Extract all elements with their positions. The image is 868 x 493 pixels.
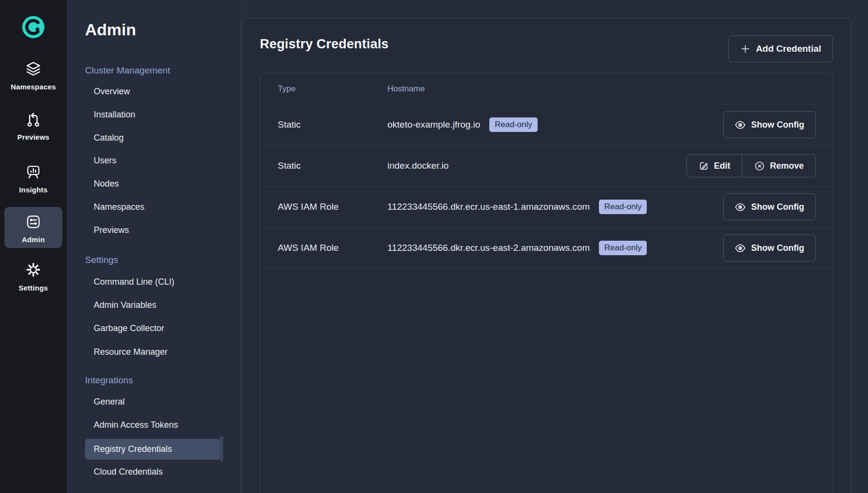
registry-credentials-card: Registry Credentials Add Credential Type… <box>242 18 852 493</box>
show-config-label: Show Config <box>751 243 804 253</box>
nav-item-nodes[interactable]: Nodes <box>94 179 119 189</box>
rail-label: Previews <box>17 133 50 141</box>
rail-label: Insights <box>19 186 47 194</box>
edit-button[interactable]: Edit <box>687 155 742 177</box>
nav-section-settings: Settings <box>85 255 118 265</box>
settings-icon <box>24 260 43 279</box>
read-only-badge: Read-only <box>599 200 647 214</box>
nav-item-label: Registry Credentials <box>94 444 172 454</box>
table-header-row: Type Hostname <box>260 73 833 104</box>
nav-item-general[interactable]: General <box>94 397 125 407</box>
page-title: Registry Credentials <box>260 37 389 52</box>
edit-label: Edit <box>714 161 730 171</box>
show-config-button[interactable]: Show Config <box>723 111 816 138</box>
okteto-logo[interactable] <box>22 16 44 38</box>
admin-icon <box>24 213 43 231</box>
eye-icon <box>735 202 746 213</box>
nav-section-cluster-management: Cluster Management <box>85 65 170 76</box>
show-config-label: Show Config <box>751 120 804 130</box>
rail-item-settings[interactable]: Settings <box>0 260 67 292</box>
rail-label: Namespaces <box>11 83 56 91</box>
table-row: AWS IAM Role 112233445566.dkr.ecr.us-eas… <box>260 187 833 228</box>
credential-type: AWS IAM Role <box>278 202 387 212</box>
rail-item-insights[interactable]: Insights <box>0 163 67 194</box>
namespaces-icon <box>24 60 43 78</box>
nav-item-catalog[interactable]: Catalog <box>94 133 124 143</box>
rail-item-previews[interactable]: Previews <box>0 110 67 141</box>
credentials-table: Type Hostname Static okteto-example.jfro… <box>260 73 834 493</box>
credential-hostname: 112233445566.dkr.ecr.us-east-1.amazonaws… <box>387 202 590 212</box>
add-credential-button[interactable]: Add Credential <box>728 35 833 62</box>
rail-item-namespaces[interactable]: Namespaces <box>0 60 67 91</box>
nav-item-garbage-collector[interactable]: Garbage Collector <box>94 323 164 334</box>
pencil-square-icon <box>698 160 709 171</box>
credential-type: Static <box>278 119 387 130</box>
credential-hostname: 112233445566.dkr.ecr.us-east-2.amazonaws… <box>387 243 590 253</box>
column-header-hostname: Hostname <box>387 84 816 94</box>
nav-item-admin-variables[interactable]: Admin Variables <box>94 300 157 310</box>
admin-sidebar: Admin Cluster Management Overview Instal… <box>67 0 241 493</box>
read-only-badge: Read-only <box>489 117 538 132</box>
row-actions-group: Edit Remove <box>686 154 816 177</box>
previews-icon <box>24 110 43 129</box>
nav-item-namespaces[interactable]: Namespaces <box>94 202 144 212</box>
show-config-button[interactable]: Show Config <box>723 193 816 220</box>
nav-item-cloud-credentials[interactable]: Cloud Credentials <box>94 467 163 477</box>
nav-item-command-line-cli[interactable]: Command Line (CLI) <box>94 277 174 287</box>
nav-item-overview[interactable]: Overview <box>94 87 130 97</box>
table-row: Static index.docker.io <box>260 145 833 187</box>
read-only-badge: Read-only <box>599 241 647 255</box>
column-header-type: Type <box>278 84 387 94</box>
credential-type: Static <box>278 160 387 171</box>
sidebar-scrollbar-thumb[interactable] <box>220 436 223 462</box>
circle-x-icon <box>754 160 765 172</box>
eye-icon <box>735 243 746 254</box>
remove-button[interactable]: Remove <box>742 155 815 177</box>
add-credential-label: Add Credential <box>756 44 821 54</box>
remove-label: Remove <box>770 161 804 171</box>
main-area: Registry Credentials Add Credential Type… <box>241 0 868 493</box>
credential-hostname: okteto-example.jfrog.io <box>387 119 480 130</box>
rail-label: Admin <box>22 235 45 244</box>
nav-item-installation[interactable]: Installation <box>94 110 135 120</box>
nav-section-integrations: Integrations <box>85 375 133 386</box>
table-row: Static okteto-example.jfrog.io Read-only <box>260 104 833 145</box>
table-row: AWS IAM Role 112233445566.dkr.ecr.us-eas… <box>260 228 833 269</box>
nav-item-registry-credentials-selected[interactable]: Registry Credentials <box>85 439 220 460</box>
credential-hostname: index.docker.io <box>387 160 449 171</box>
show-config-label: Show Config <box>751 202 804 212</box>
insights-icon <box>24 163 43 181</box>
nav-item-admin-access-tokens[interactable]: Admin Access Tokens <box>94 420 178 430</box>
nav-item-previews[interactable]: Previews <box>94 225 129 235</box>
plus-icon <box>740 44 751 54</box>
credential-type: AWS IAM Role <box>278 243 387 253</box>
sidebar-title: Admin <box>85 20 136 39</box>
icon-rail: Namespaces Previews Insights <box>0 0 67 493</box>
nav-item-users[interactable]: Users <box>94 156 116 166</box>
show-config-button[interactable]: Show Config <box>723 234 816 261</box>
eye-icon <box>735 119 746 130</box>
rail-label: Settings <box>19 284 48 292</box>
nav-item-resource-manager[interactable]: Resource Manager <box>94 347 168 357</box>
rail-item-admin[interactable]: Admin <box>0 213 67 244</box>
